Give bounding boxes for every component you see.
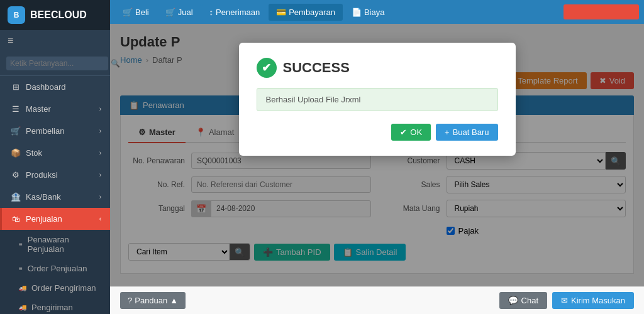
page-footer: ? Panduan ▲ 💬 Chat ✉ Kirim Masukan bbox=[110, 286, 644, 314]
hamburger-icon[interactable]: ≡ bbox=[0, 30, 110, 51]
question-icon: ? bbox=[128, 296, 132, 305]
sidebar-search-bar: 🔍 bbox=[0, 51, 110, 76]
nav-penerimaan-label: Penerimaan bbox=[216, 8, 260, 17]
sidebar-item-label: Pembelian bbox=[26, 126, 94, 136]
biaya-icon: 📄 bbox=[352, 8, 362, 17]
produksi-icon: ⚙ bbox=[11, 170, 21, 180]
sidebar-item-label: Penjualan bbox=[26, 214, 94, 224]
pembayaran-icon: 💳 bbox=[276, 8, 286, 17]
nav-jual-label: Jual bbox=[178, 8, 193, 17]
panduan-arrow-icon: ▲ bbox=[170, 296, 178, 305]
modal-overlay: ✔ SUCCESS Berhasil Upload File Jrxml ✔ O… bbox=[110, 24, 644, 286]
sidebar-item-order-penjualan[interactable]: ≡ Order Penjualan bbox=[0, 259, 110, 278]
sidebar-item-produksi[interactable]: ⚙ Produksi › bbox=[0, 164, 110, 186]
sidebar-item-penawaran-penjualan[interactable]: ≡ Penawaran Penjualan bbox=[0, 230, 110, 259]
sidebar-item-stok[interactable]: 📦 Stok › bbox=[0, 142, 110, 164]
sidebar-item-label: Kas/Bank bbox=[26, 192, 94, 202]
panduan-button[interactable]: ? Panduan ▲ bbox=[120, 292, 186, 309]
sidebar-item-pengiriman[interactable]: 🚚 Pengiriman bbox=[0, 298, 110, 314]
footer-right: 💬 Chat ✉ Kirim Masukan bbox=[499, 292, 634, 309]
master-icon: ☰ bbox=[11, 104, 21, 114]
modal-title: SUCCESS bbox=[283, 60, 350, 76]
chevron-right-icon: › bbox=[99, 127, 101, 134]
nav-beli-label: Beli bbox=[135, 8, 149, 17]
sidebar-menu: ⊞ Dashboard ☰ Master › 🛒 Pembelian › 📦 S… bbox=[0, 76, 110, 314]
sidebar-item-kas-bank[interactable]: 🏦 Kas/Bank › bbox=[0, 186, 110, 208]
nav-beli-button[interactable]: 🛒 Beli bbox=[115, 4, 157, 21]
kirim-masukan-button[interactable]: ✉ Kirim Masukan bbox=[552, 292, 634, 309]
order-icon: ≡ bbox=[19, 265, 23, 272]
success-message: Berhasil Upload File Jrxml bbox=[257, 88, 498, 111]
penjualan-submenu: ≡ Penawaran Penjualan ≡ Order Penjualan … bbox=[0, 230, 110, 314]
top-navigation: 🛒 Beli 🛒 Jual ↕ Penerimaan 💳 Pembayaran … bbox=[110, 0, 644, 24]
logo-text: BEECLOUD bbox=[30, 9, 87, 21]
chat-icon: 💬 bbox=[508, 296, 518, 305]
modal-buat-baru-label: Buat Baru bbox=[453, 127, 489, 137]
modal-ok-label: OK bbox=[410, 127, 422, 137]
chat-label: Chat bbox=[521, 296, 538, 305]
panduan-label: Panduan bbox=[135, 296, 167, 305]
sidebar-item-dashboard[interactable]: ⊞ Dashboard bbox=[0, 76, 110, 98]
chevron-right-icon: › bbox=[99, 149, 101, 156]
submenu-item-label: Order Penjualan bbox=[28, 264, 87, 273]
chevron-right-icon: › bbox=[99, 193, 101, 200]
ok-icon: ✔ bbox=[400, 127, 407, 137]
sidebar-item-label: Master bbox=[26, 104, 94, 114]
penerimaan-icon: ↕ bbox=[209, 8, 214, 17]
sidebar-search-input[interactable] bbox=[6, 57, 108, 70]
kas-bank-icon: 🏦 bbox=[11, 192, 21, 202]
sidebar-item-master[interactable]: ☰ Master › bbox=[0, 98, 110, 120]
send-icon: ✉ bbox=[561, 296, 568, 305]
chevron-left-icon: ‹ bbox=[99, 215, 101, 222]
chat-button[interactable]: 💬 Chat bbox=[499, 292, 547, 309]
sidebar-item-label: Stok bbox=[26, 148, 94, 158]
sidebar-logo: B BEECLOUD bbox=[0, 0, 110, 30]
modal-buat-baru-button[interactable]: + Buat Baru bbox=[436, 124, 497, 141]
nav-jual-button[interactable]: 🛒 Jual bbox=[158, 4, 201, 21]
nav-right-block bbox=[564, 4, 639, 19]
sidebar-item-label: Dashboard bbox=[26, 82, 101, 92]
chevron-right-icon: › bbox=[99, 106, 101, 112]
nav-penerimaan-button[interactable]: ↕ Penerimaan bbox=[202, 4, 268, 21]
nav-biaya-button[interactable]: 📄 Biaya bbox=[344, 4, 392, 21]
modal-footer: ✔ OK + Buat Baru bbox=[257, 124, 498, 141]
kirim-masukan-label: Kirim Masukan bbox=[571, 296, 625, 305]
penawaran-icon: ≡ bbox=[19, 241, 23, 248]
submenu-item-label: Penawaran Penjualan bbox=[28, 235, 101, 254]
pembelian-icon: 🛒 bbox=[11, 126, 21, 136]
sidebar: B BEECLOUD ≡ 🔍 ⊞ Dashboard ☰ Master › 🛒 … bbox=[0, 0, 110, 314]
page-content: Update P Home › Daftar P ⬇ Download ✎ Ed… bbox=[110, 24, 644, 286]
nav-pembayaran-label: Pembayaran bbox=[289, 8, 335, 17]
penjualan-icon: 🛍 bbox=[11, 214, 21, 224]
jual-icon: 🛒 bbox=[165, 8, 175, 17]
plus-icon: + bbox=[445, 127, 450, 137]
submenu-item-label: Pengiriman bbox=[31, 303, 73, 312]
modal-title-row: ✔ SUCCESS bbox=[257, 58, 498, 78]
sidebar-item-order-pengiriman[interactable]: 🚚 Order Pengiriman bbox=[0, 278, 110, 298]
dashboard-icon: ⊞ bbox=[11, 82, 21, 92]
nav-biaya-label: Biaya bbox=[364, 8, 385, 17]
stok-icon: 📦 bbox=[11, 148, 21, 158]
pengiriman-icon: 🚚 bbox=[19, 304, 26, 311]
success-icon: ✔ bbox=[257, 58, 277, 78]
chevron-right-icon: › bbox=[99, 171, 101, 178]
sidebar-item-pembelian[interactable]: 🛒 Pembelian › bbox=[0, 120, 110, 142]
submenu-item-label: Order Pengiriman bbox=[31, 283, 96, 293]
nav-pembayaran-button[interactable]: 💳 Pembayaran bbox=[269, 4, 343, 21]
main-area: 🛒 Beli 🛒 Jual ↕ Penerimaan 💳 Pembayaran … bbox=[110, 0, 644, 314]
logo-icon: B bbox=[8, 6, 25, 24]
order-pengiriman-icon: 🚚 bbox=[19, 284, 26, 291]
modal-ok-button[interactable]: ✔ OK bbox=[391, 124, 431, 141]
beli-icon: 🛒 bbox=[123, 8, 133, 17]
success-modal: ✔ SUCCESS Berhasil Upload File Jrxml ✔ O… bbox=[239, 43, 516, 156]
sidebar-item-label: Produksi bbox=[26, 170, 94, 180]
sidebar-item-penjualan[interactable]: 🛍 Penjualan ‹ bbox=[0, 208, 110, 230]
